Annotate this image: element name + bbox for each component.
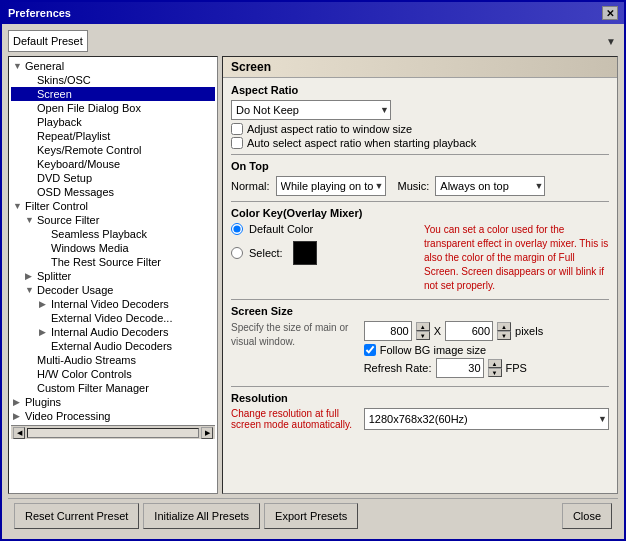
tree-item-keys-remote[interactable]: Keys/Remote Control (11, 143, 215, 157)
export-presets-button[interactable]: Export Presets (264, 503, 358, 529)
refresh-down-button[interactable]: ▼ (488, 368, 502, 377)
expand-icon: ▶ (39, 299, 49, 309)
width-up-button[interactable]: ▲ (416, 322, 430, 331)
color-key-left: Default Color Select: (231, 223, 416, 293)
height-down-button[interactable]: ▼ (497, 331, 511, 340)
tree-label: Source Filter (37, 214, 99, 226)
fps-label: FPS (506, 362, 527, 374)
tree-item-decoder-usage[interactable]: ▼ Decoder Usage (11, 283, 215, 297)
color-swatch[interactable] (293, 241, 317, 265)
tree-item-multi-audio[interactable]: Multi-Audio Streams (11, 353, 215, 367)
normal-label: Normal: (231, 180, 270, 192)
preset-dropdown[interactable]: Default Preset (8, 30, 88, 52)
spacer (25, 117, 35, 127)
expand-icon: ▶ (25, 271, 35, 281)
color-key-section: Default Color Select: You can set a colo… (231, 223, 609, 293)
pixels-label: pixels (515, 325, 543, 337)
tree-item-custom-filter[interactable]: Custom Filter Manager (11, 381, 215, 395)
tree-item-windows-media[interactable]: Windows Media (11, 241, 215, 255)
tree-item-splitter[interactable]: ▶ Splitter (11, 269, 215, 283)
follow-bg-row: Follow BG image size (364, 344, 609, 356)
reset-preset-button[interactable]: Reset Current Preset (14, 503, 139, 529)
tree-item-rest-source[interactable]: The Rest Source Filter (11, 255, 215, 269)
screen-size-title: Screen Size (231, 305, 609, 317)
select-color-label: Select: (249, 247, 283, 259)
preset-dropdown-arrow-icon: ▼ (606, 36, 616, 47)
scroll-left-button[interactable]: ◀ (13, 427, 25, 439)
tree-item-repeat[interactable]: Repeat/Playlist (11, 129, 215, 143)
spacer (25, 89, 35, 99)
close-button[interactable]: Close (562, 503, 612, 529)
refresh-rate-label: Refresh Rate: (364, 362, 432, 374)
auto-aspect-ratio-label: Auto select aspect ratio when starting p… (247, 137, 476, 149)
scrollbar-track[interactable] (27, 428, 199, 438)
tree-item-plugins[interactable]: ▶ Plugins (11, 395, 215, 409)
height-input[interactable] (445, 321, 493, 341)
tree-item-skins[interactable]: Skins/OSC (11, 73, 215, 87)
tree-label: Filter Control (25, 200, 88, 212)
height-spinner: ▲ ▼ (497, 322, 511, 340)
aspect-ratio-dropdown[interactable]: Do Not Keep Keep Keep and expand (231, 100, 391, 120)
tree-item-open-file[interactable]: Open File Dialog Box (11, 101, 215, 115)
default-color-radio[interactable] (231, 223, 243, 235)
tree-item-external-video[interactable]: External Video Decode... (11, 311, 215, 325)
tree-label: Decoder Usage (37, 284, 113, 296)
adjust-aspect-ratio-checkbox[interactable] (231, 123, 243, 135)
expand-icon: ▼ (25, 285, 35, 295)
select-color-radio[interactable] (231, 247, 243, 259)
music-on-top-dropdown[interactable]: Always on top While playing on to Never … (435, 176, 545, 196)
tree-label: Keys/Remote Control (37, 144, 142, 156)
width-input[interactable] (364, 321, 412, 341)
width-down-button[interactable]: ▼ (416, 331, 430, 340)
spacer (39, 229, 49, 239)
window-close-button[interactable]: ✕ (602, 6, 618, 20)
spacer (25, 383, 35, 393)
tree-item-general[interactable]: ▼ General (11, 59, 215, 73)
tree-item-screen[interactable]: Screen (11, 87, 215, 101)
tree-item-filter-control[interactable]: ▼ Filter Control (11, 199, 215, 213)
refresh-spinner: ▲ ▼ (488, 359, 502, 377)
scroll-right-button[interactable]: ▶ (201, 427, 213, 439)
tree-panel[interactable]: ▼ General Skins/OSC Screen Open File Dia… (8, 56, 218, 494)
separator1 (231, 154, 609, 155)
tree-item-internal-video[interactable]: ▶ Internal Video Decoders (11, 297, 215, 311)
tree-item-source-filter[interactable]: ▼ Source Filter (11, 213, 215, 227)
tree-item-internal-audio[interactable]: ▶ Internal Audio Decoders (11, 325, 215, 339)
tree-label: Internal Audio Decoders (51, 326, 168, 338)
color-key-title: Color Key(Overlay Mixer) (231, 207, 609, 219)
tree-item-hw-color[interactable]: H/W Color Controls (11, 367, 215, 381)
bottom-bar: Reset Current Preset Initialize All Pres… (8, 498, 618, 533)
resolution-description: Change resolution at full screen mode au… (231, 408, 354, 430)
tree-item-osd[interactable]: OSD Messages (11, 185, 215, 199)
tree-label: External Audio Decoders (51, 340, 172, 352)
height-up-button[interactable]: ▲ (497, 322, 511, 331)
resolution-dropdown[interactable]: 1280x768x32(60Hz) 1024x768x32(60Hz) 800x… (364, 408, 609, 430)
tree-label: Internal Video Decoders (51, 298, 169, 310)
tree-item-keyboard-mouse[interactable]: Keyboard/Mouse (11, 157, 215, 171)
follow-bg-checkbox[interactable] (364, 344, 376, 356)
tree-item-playback[interactable]: Playback (11, 115, 215, 129)
tree-label: Repeat/Playlist (37, 130, 110, 142)
auto-aspect-ratio-checkbox[interactable] (231, 137, 243, 149)
spacer (39, 257, 49, 267)
preset-dropdown-wrapper: Default Preset ▼ (8, 30, 618, 52)
normal-on-top-dropdown[interactable]: While playing on to Always on top Never … (276, 176, 386, 196)
resolution-section: Change resolution at full screen mode au… (231, 408, 609, 430)
tree-item-video-processing[interactable]: ▶ Video Processing (11, 409, 215, 423)
tree-item-seamless[interactable]: Seamless Playback (11, 227, 215, 241)
tree-item-dvd[interactable]: DVD Setup (11, 171, 215, 185)
preferences-window: Preferences ✕ Default Preset ▼ ▼ General (0, 0, 626, 541)
tree-scrollbar-h[interactable]: ◀ ▶ (11, 425, 215, 439)
spacer (39, 243, 49, 253)
on-top-row: Normal: While playing on to Always on to… (231, 176, 609, 196)
tree-label: Custom Filter Manager (37, 382, 149, 394)
initialize-presets-button[interactable]: Initialize All Presets (143, 503, 260, 529)
tree-item-external-audio[interactable]: External Audio Decoders (11, 339, 215, 353)
resolution-combo-wrapper: 1280x768x32(60Hz) 1024x768x32(60Hz) 800x… (364, 408, 609, 430)
auto-aspect-ratio-row: Auto select aspect ratio when starting p… (231, 137, 609, 149)
tree-label: DVD Setup (37, 172, 92, 184)
select-color-row: Select: (231, 241, 416, 265)
refresh-rate-input[interactable] (436, 358, 484, 378)
refresh-up-button[interactable]: ▲ (488, 359, 502, 368)
spacer (25, 159, 35, 169)
